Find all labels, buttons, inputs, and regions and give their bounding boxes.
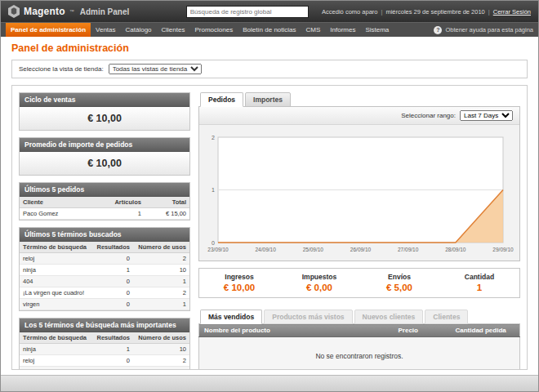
average-orders-value: € 10,00 <box>20 152 189 175</box>
grid-tabs: Más vendidos Productos más vistos Nuevos… <box>198 310 520 324</box>
nav-item-boletin[interactable]: Boletín de noticias <box>238 23 301 37</box>
dashboard-container: Ciclo de ventas € 10,00 Promedio de impo… <box>11 85 528 370</box>
last-orders-box: Últimos 5 pedidos Cliente Artículos Tota… <box>19 182 190 220</box>
magento-logo: Magento™ Admin Panel <box>8 5 186 18</box>
nav-item-sistema[interactable]: Sistema <box>360 23 394 37</box>
order-row[interactable]: Paco Gomez 1 € 15,00 <box>20 208 189 220</box>
stat-label: Impuestos <box>279 273 359 281</box>
nav-item-informes[interactable]: Informes <box>325 23 360 37</box>
col-cliente: Cliente <box>20 197 90 208</box>
svg-text:28/09/10: 28/09/10 <box>445 247 466 252</box>
orders-chart: 01223/09/1024/09/1025/09/1026/09/1027/09… <box>205 131 515 254</box>
stat-value: € 0,00 <box>279 283 359 292</box>
separator: | <box>381 8 382 16</box>
tab-clientes[interactable]: Clientes <box>425 310 468 324</box>
svg-text:29/09/10: 29/09/10 <box>492 247 514 252</box>
cell-total: € 15,00 <box>145 208 189 220</box>
cell-resultados: 0 <box>92 367 133 371</box>
stat-envios: Envíos € 5,00 <box>359 269 439 297</box>
search-term-row[interactable]: ninja 1 10 <box>20 265 189 276</box>
cell-numero-usos: 2 <box>133 367 189 371</box>
main-navbar: Panel de administración Ventas Catálogo … <box>1 22 538 37</box>
chart-tabs: Pedidos Importes <box>198 92 520 107</box>
range-select[interactable]: Last 7 Days <box>460 110 513 121</box>
svg-text:26/09/10: 26/09/10 <box>350 247 372 252</box>
tab-mas-vendidos[interactable]: Más vendidos <box>200 310 262 324</box>
last-orders-title: Últimos 5 pedidos <box>20 183 189 197</box>
store-view-select[interactable]: Todas las vistas de tienda <box>109 64 202 74</box>
range-bar: Seleccionar rango: Last 7 Days <box>199 107 519 125</box>
nav-item-catalogo[interactable]: Catálogo <box>121 23 157 37</box>
tab-importes[interactable]: Importes <box>245 92 291 107</box>
cell-articulos: 1 <box>90 208 145 220</box>
col-precio: Precio <box>394 324 451 337</box>
empty-row: No se encontraron registros. <box>199 337 520 371</box>
store-switcher: Seleccione la vista de tienda: Todas las… <box>11 60 528 78</box>
session-info: Accedió como aparo | miércoles 29 de sep… <box>309 8 531 16</box>
logo-subtitle: Admin Panel <box>80 7 130 16</box>
nav-item-promociones[interactable]: Promociones <box>189 23 238 37</box>
col-total: Total <box>145 197 189 208</box>
search-term-row[interactable]: reloj 0 2 <box>20 253 189 265</box>
cell-termino: 404 <box>20 276 92 287</box>
cell-resultados: 0 <box>92 276 133 287</box>
cell-numero-usos: 10 <box>133 344 189 355</box>
cell-numero-usos: 2 <box>133 355 189 367</box>
cell-termino: ¡La virgen que cuadro! <box>20 287 92 299</box>
lifetime-sales-box: Ciclo de ventas € 10,00 <box>19 92 190 131</box>
search-term-row[interactable]: reloj 0 2 <box>20 355 189 367</box>
cell-resultados: 1 <box>92 265 133 276</box>
global-search-input[interactable] <box>186 6 309 18</box>
nav-item-clientes[interactable]: Clientes <box>157 23 190 37</box>
chart-panel: Seleccionar rango: Last 7 Days 01223/09/… <box>198 106 520 261</box>
logout-link[interactable]: Cerrar Sesión <box>493 8 531 16</box>
stat-label: Ingresos <box>199 273 279 281</box>
empty-message: No se encontraron registros. <box>199 337 520 371</box>
cell-termino: ninja <box>20 344 92 355</box>
search-term-row[interactable]: ninja 1 10 <box>20 344 189 355</box>
col-numero-usos: Número de usos <box>133 332 189 344</box>
logged-in-as: Accedió como aparo <box>322 8 377 16</box>
cell-termino: virgen <box>20 299 92 310</box>
svg-text:25/09/10: 25/09/10 <box>303 247 324 252</box>
col-resultados: Resultados <box>92 242 133 253</box>
footer <box>1 375 538 391</box>
nav-item-ventas[interactable]: Ventas <box>91 23 120 37</box>
cell-numero-usos: 10 <box>133 265 189 276</box>
separator: | <box>488 8 490 16</box>
tab-pedidos[interactable]: Pedidos <box>200 92 243 107</box>
col-numero-usos: Número de usos <box>133 242 189 253</box>
dashboard-left-column: Ciclo de ventas € 10,00 Promedio de impo… <box>19 92 190 370</box>
search-term-row[interactable]: ¡La virgen que cuadro! 0 2 <box>20 367 189 371</box>
search-term-row[interactable]: ¡La virgen que cuadro! 0 2 <box>20 287 189 299</box>
stat-label: Envíos <box>359 273 439 281</box>
nav-items: Panel de administración Ventas Catálogo … <box>6 23 394 37</box>
lifetime-sales-value: € 10,00 <box>20 107 189 130</box>
cell-resultados: 0 <box>92 355 133 367</box>
nav-item-dashboard[interactable]: Panel de administración <box>6 23 91 37</box>
dashboard-right-column: Pedidos Importes Seleccionar rango: Last… <box>198 92 520 370</box>
search-term-row[interactable]: 404 0 1 <box>20 276 189 287</box>
top-header: Magento™ Admin Panel Accedió como aparo … <box>1 1 538 22</box>
col-termino: Término de búsqueda <box>20 332 92 344</box>
cell-resultados: 0 <box>92 287 133 299</box>
col-nombre-producto: Nombre del producto <box>199 324 394 337</box>
logo-text: Magento <box>24 6 65 17</box>
tab-nuevos-clientes[interactable]: Nuevos clientes <box>354 310 424 324</box>
search-term-row[interactable]: virgen 0 1 <box>20 299 189 310</box>
page-help-link[interactable]: ? Obtener ayuda para esta página <box>434 23 533 37</box>
chart-wrap: 01223/09/1024/09/1025/09/1026/09/1027/09… <box>199 125 519 261</box>
last-search-terms-box: Últimos 5 términos buscados Término de b… <box>19 227 190 311</box>
last-orders-table: Cliente Artículos Total Paco Gomez 1 € 1… <box>20 197 189 220</box>
products-table: Nombre del producto Precio Cantidad pedi… <box>198 323 520 370</box>
stat-value: 1 <box>439 283 519 292</box>
nav-item-cms[interactable]: CMS <box>301 23 326 37</box>
cell-termino: ¡La virgen que cuadro! <box>20 367 92 371</box>
col-resultados: Resultados <box>92 332 133 344</box>
last-search-terms-title: Últimos 5 términos buscados <box>20 228 189 242</box>
lifetime-sales-title: Ciclo de ventas <box>20 93 189 107</box>
tab-productos-mas-vistos[interactable]: Productos más vistos <box>264 310 352 324</box>
cell-numero-usos: 1 <box>133 299 189 310</box>
help-icon: ? <box>434 26 442 34</box>
svg-text:24/09/10: 24/09/10 <box>256 247 277 252</box>
